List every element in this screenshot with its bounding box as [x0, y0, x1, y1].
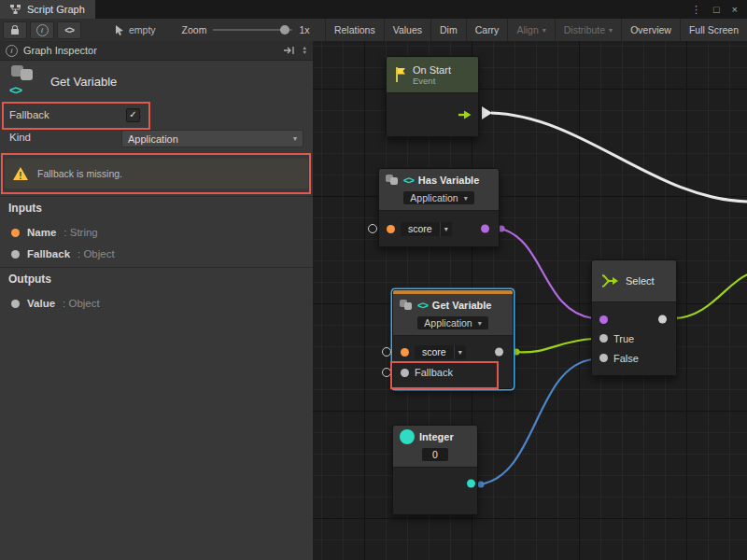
node-header: <> Get Variable [393, 294, 513, 316]
has-variable-kind-dropdown[interactable]: Application ▾ [403, 191, 473, 204]
node-has-variable[interactable]: <> Has Variable Application ▾ score ▾ [378, 168, 500, 247]
chevron-down-icon: ▾ [478, 319, 482, 328]
fallback-input-port[interactable] [401, 369, 409, 377]
name-input-port[interactable] [401, 348, 409, 357]
script-graph-tab[interactable]: Script Graph [0, 0, 95, 19]
exec-connection-arrow[interactable] [482, 106, 492, 119]
close-icon[interactable]: × [732, 4, 738, 15]
true-input-port[interactable] [599, 334, 608, 343]
carry-button[interactable]: Carry [466, 19, 508, 41]
output-port-row: Value : Object [0, 295, 313, 312]
node-on-start[interactable]: On Start Event [386, 56, 479, 137]
string-port-icon [11, 229, 20, 237]
inputs-header: Inputs [8, 202, 42, 215]
dim-button[interactable]: Dim [430, 19, 466, 41]
node-body [393, 467, 477, 514]
wires-layer [313, 41, 747, 560]
get-variable-kind-dropdown[interactable]: Application ▾ [417, 316, 487, 329]
select-icon [600, 273, 619, 288]
distribute-dropdown-button[interactable]: Distribute▾ [555, 19, 621, 41]
dock-icon[interactable] [283, 46, 295, 55]
unit-title: Get Variable [50, 75, 117, 89]
relations-button[interactable]: Relations [325, 19, 384, 41]
check-icon: ✓ [129, 109, 136, 119]
graph-toolbar: i <> empty Zoom 1x Relations Values Dim … [0, 19, 747, 42]
inspector-title: Graph Inspector [23, 45, 97, 56]
object-port-icon [11, 300, 20, 308]
values-button[interactable]: Values [384, 19, 430, 41]
maximize-icon[interactable]: □ [713, 4, 720, 15]
chevron-down-icon: ▾ [464, 194, 468, 203]
variable-name-dropdown[interactable]: score ▾ [415, 345, 466, 359]
condition-input-port[interactable] [599, 315, 608, 324]
chevron-down-icon: ▾ [543, 26, 546, 35]
full-screen-button[interactable]: Full Screen [680, 19, 747, 41]
outputs-header: Outputs [8, 273, 51, 286]
integer-output-port[interactable] [467, 480, 475, 488]
code-view-button[interactable]: <> [57, 21, 81, 39]
node-header: <> Has Variable [379, 169, 499, 191]
kind-dropdown[interactable]: Application ▾ [121, 130, 303, 147]
align-dropdown-button[interactable]: Align▾ [507, 19, 554, 41]
wire-hasvariable-to-select-condition[interactable] [500, 229, 593, 318]
inspector-toggle-button[interactable]: i [30, 21, 54, 39]
chevron-down-icon: ▾ [440, 222, 452, 236]
scroll-arrows[interactable]: ▲ ▼ [303, 46, 307, 55]
zoom-label: Zoom [182, 24, 207, 35]
angle-brackets-icon: <> [403, 175, 414, 186]
false-input-port[interactable] [599, 354, 608, 362]
exec-output-port[interactable] [458, 109, 472, 120]
window-menu-icon[interactable]: ⋮ [691, 4, 701, 16]
lock-button[interactable] [3, 21, 27, 39]
wire-select-output[interactable] [673, 274, 747, 318]
node-get-variable[interactable]: <> Get Variable Application ▾ score ▾ [392, 289, 514, 389]
warning-text: Fallback is missing. [37, 168, 122, 179]
node-integer[interactable]: Integer 0 [392, 425, 478, 515]
wire-onstart-exec[interactable] [491, 113, 747, 202]
node-select[interactable]: Select True False [591, 259, 677, 376]
wire-getvariable-to-select-true[interactable] [514, 339, 593, 352]
angle-brackets-icon: <> [417, 300, 428, 311]
node-header: Integer [393, 426, 477, 448]
selection-output-port[interactable] [658, 315, 667, 324]
node-body [387, 92, 478, 136]
zoom-slider-thumb[interactable] [280, 25, 289, 35]
unconnected-port-ring[interactable] [382, 368, 391, 377]
warning-box: ! Fallback is missing. [5, 159, 308, 189]
graph-tab-icon [10, 4, 21, 15]
input-port-row: Name : String [0, 224, 313, 241]
node-body: True False [592, 301, 676, 375]
fallback-toggle-row: Fallback ✓ [0, 106, 313, 125]
node-body: score ▾ Fallback [393, 335, 513, 388]
info-icon: i [6, 45, 18, 57]
unconnected-port-ring[interactable] [382, 347, 391, 357]
integer-value-input[interactable]: 0 [422, 448, 448, 461]
zoom-value: 1x [299, 24, 309, 35]
window-title: Script Graph [27, 4, 85, 15]
integer-icon [400, 429, 415, 444]
fallback-checkbox[interactable]: ✓ [126, 108, 140, 122]
result-output-port[interactable] [481, 225, 489, 233]
unconnected-port-ring[interactable] [368, 224, 377, 233]
variable-name-dropdown[interactable]: score ▾ [401, 222, 452, 236]
wire-knob [514, 349, 520, 356]
scroll-down-icon[interactable]: ▼ [303, 50, 307, 55]
selected-unit-header: <> Get Variable [9, 65, 117, 97]
value-output-port[interactable] [495, 348, 503, 357]
chevron-down-icon: ▾ [293, 134, 297, 143]
graph-canvas[interactable]: On Start Event <> Has Variable [313, 41, 747, 560]
name-input-port[interactable] [387, 225, 395, 233]
chevron-down-icon: ▾ [609, 26, 613, 35]
selection-indicator: empty [115, 24, 156, 35]
variable-icon [386, 175, 399, 187]
lock-icon [11, 29, 19, 35]
inspector-header: i Graph Inspector ▲ ▼ [0, 41, 313, 61]
node-body: score ▾ [379, 210, 499, 246]
variable-icon [400, 300, 413, 312]
angle-brackets-icon: <> [9, 83, 21, 97]
overview-button[interactable]: Overview [621, 19, 680, 41]
flag-icon [394, 66, 406, 83]
zoom-slider[interactable] [213, 29, 292, 31]
node-header: On Start Event [387, 57, 478, 92]
kind-row: Kind Application ▾ [0, 129, 313, 147]
